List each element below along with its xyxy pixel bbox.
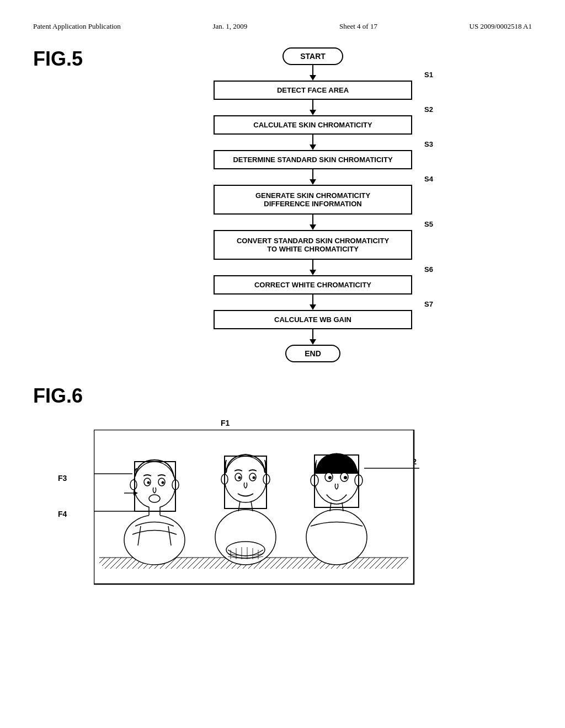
flowchart: START DETECT FACE AREA S1 <box>94 47 532 362</box>
arrow-5 <box>310 215 316 230</box>
arrow-line-3 <box>312 135 313 144</box>
step-s7-box: CALCULATE WB GAIN S7 <box>214 310 412 329</box>
step-s6-row: CORRECT WHITE CHROMATICITY S6 <box>214 275 412 295</box>
step-s2-label: S2 <box>424 105 433 114</box>
step-s5-label: S5 <box>424 220 433 228</box>
arrow-2 <box>310 100 316 115</box>
svg-point-78 <box>253 477 255 479</box>
header-date: Jan. 1, 2009 <box>213 22 248 31</box>
svg-point-65 <box>149 495 160 502</box>
arrow-line-2 <box>312 100 313 110</box>
step-s5-row: CONVERT STANDARD SKIN CHROMATICITYTO WHI… <box>214 230 412 260</box>
page: Patent Application Publication Jan. 1, 2… <box>0 0 565 728</box>
arrow-4 <box>310 169 316 185</box>
svg-point-66 <box>130 480 137 490</box>
fig6-f1-label: F1 <box>221 419 230 427</box>
start-terminal: START <box>282 47 343 65</box>
step-s7-label: S7 <box>424 300 433 308</box>
arrow-line-4 <box>312 169 313 179</box>
arrow-end <box>310 329 316 345</box>
arrow-line <box>312 65 313 75</box>
arrow-3 <box>310 135 316 150</box>
step-s2-row: CALCULATE SKIN CHROMATICITY S2 <box>214 115 412 135</box>
svg-point-95 <box>328 476 332 479</box>
step-s4-row: GENERATE SKIN CHROMATICITYDIFFERENCE INF… <box>214 185 412 215</box>
arrow-6 <box>310 260 316 275</box>
arrow-head-6 <box>310 270 316 275</box>
header-patent-number: US 2009/0002518 A1 <box>470 22 532 31</box>
arrow-7 <box>310 295 316 310</box>
step-s1-box: DETECT FACE AREA S1 <box>214 81 412 100</box>
step-s5-box: CONVERT STANDARD SKIN CHROMATICITYTO WHI… <box>214 230 412 260</box>
step-s4-label: S4 <box>424 175 433 183</box>
step-s1-label: S1 <box>424 71 433 79</box>
arrow-line-6 <box>312 260 313 270</box>
svg-point-96 <box>344 476 347 479</box>
arrow-head-end <box>310 339 316 345</box>
svg-point-59 <box>124 515 185 565</box>
fig6-illustration <box>94 430 430 601</box>
arrow-head-3 <box>310 144 316 150</box>
fig6-section: FIG.6 F1 F2 F3 F4 <box>33 384 532 584</box>
fig6-container: F1 F2 F3 F4 <box>77 413 397 584</box>
svg-point-74 <box>225 456 266 502</box>
arrow-head <box>310 75 316 81</box>
arrow-line-end <box>312 329 313 339</box>
step-s3-row: DETERMINE STANDARD SKIN CHROMATICITY S3 <box>214 150 412 169</box>
header-sheet: Sheet 4 of 17 <box>339 22 377 31</box>
fig5-section: FIG.5 START DETECT FACE AREA S1 <box>33 47 532 362</box>
step-s3-box: DETERMINE STANDARD SKIN CHROMATICITY S3 <box>214 150 412 169</box>
arrow-head-5 <box>310 224 316 230</box>
fig5-label: FIG.5 <box>33 47 83 362</box>
step-s7-row: CALCULATE WB GAIN S7 <box>214 310 412 329</box>
arrow-line-7 <box>312 295 313 304</box>
header-publication: Patent Application Publication <box>33 22 121 31</box>
arrow-head-4 <box>310 179 316 185</box>
arrow-head-2 <box>310 110 316 115</box>
svg-point-63 <box>147 481 150 484</box>
step-s4-box: GENERATE SKIN CHROMATICITYDIFFERENCE INF… <box>214 185 412 215</box>
svg-point-91 <box>306 510 367 565</box>
end-terminal: END <box>285 345 340 362</box>
step-s1-row: DETECT FACE AREA S1 <box>214 81 412 100</box>
fig6-f3-label: F3 <box>58 474 67 483</box>
step-s6-box: CORRECT WHITE CHROMATICITY S6 <box>214 275 412 295</box>
svg-point-64 <box>162 481 164 484</box>
arrow-line-5 <box>312 215 313 224</box>
step-s2-box: CALCULATE SKIN CHROMATICITY S2 <box>214 115 412 135</box>
arrow-1 <box>310 65 316 81</box>
page-header: Patent Application Publication Jan. 1, 2… <box>33 22 532 31</box>
step-s3-label: S3 <box>424 140 433 148</box>
step-s6-label: S6 <box>424 265 433 274</box>
fig6-label: FIG.6 <box>33 384 532 408</box>
arrow-head-7 <box>310 304 316 310</box>
svg-point-77 <box>238 477 241 479</box>
fig6-f4-label: F4 <box>58 510 67 518</box>
